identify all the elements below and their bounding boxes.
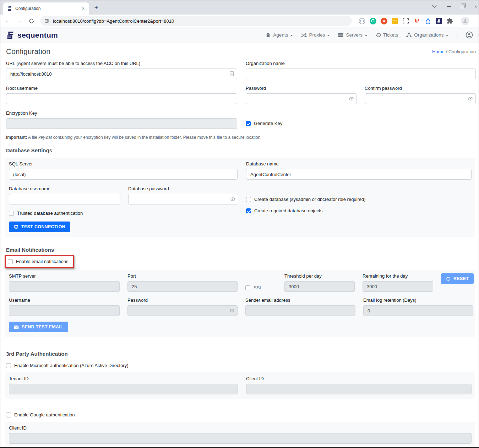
url-bar[interactable]: localhost:8010/config?db=AgentControlCen… [40,16,352,26]
password-input[interactable] [246,93,357,104]
ssl-label: SSL [254,285,262,290]
robot-icon [265,32,271,38]
browser-window: Configuration × + × ← → localhost:8010/c… [0,0,479,448]
nav-tickets-label: Tickets [383,32,398,38]
organization-name-input[interactable] [246,69,476,79]
extensions-area: (--) G ••• [358,17,469,25]
browser-tab[interactable]: Configuration × [3,2,89,15]
threshold-label: Threshold per day [284,273,355,279]
threshold-input [284,281,355,292]
url-input[interactable] [6,69,237,79]
refresh-icon [446,277,451,281]
reset-label: RESET [453,276,469,281]
password-label: Password [246,86,357,91]
enable-google-auth-label: Enable Google authentication [14,412,75,417]
email-notifications-title: Email Notifications [6,247,476,253]
envelope-icon [14,325,19,329]
forward-button[interactable]: → [15,17,25,24]
sitemap-icon [406,32,412,38]
organization-name-label: Organization name [246,61,476,66]
enable-ms-auth-checkbox[interactable] [6,363,11,368]
account-menu[interactable] [466,31,473,39]
close-button[interactable]: × [474,4,477,9]
eye-icon[interactable] [230,197,235,201]
root-username-label: Root username [6,86,237,91]
nav-agents[interactable]: Agents [265,32,293,38]
restore-button[interactable] [461,5,464,8]
ticket-icon [375,33,381,38]
nav-proxies[interactable]: Proxies [301,32,330,38]
autofill-icon[interactable] [230,71,234,76]
nav-servers[interactable]: Servers [338,32,368,38]
reset-button[interactable]: RESET [441,273,474,284]
port-label: Port [127,273,238,279]
breadcrumb-current: Configuration [448,49,476,54]
ssl-checkbox[interactable] [245,285,250,290]
create-objects-checkbox[interactable] [246,208,251,213]
droplet-extension-icon[interactable] [424,17,431,24]
create-objects-label: Create required database objects [254,208,322,213]
stripes-extension-icon[interactable] [413,17,420,24]
reload-button[interactable] [29,18,34,24]
generate-key-label: Generate Key [254,121,282,126]
remaining-input [363,281,433,292]
extension-ring-icon[interactable]: (--) [359,18,365,24]
grammarly-icon[interactable]: G [370,18,376,24]
smtp-server-input [9,281,120,292]
google-auth-panel: Client ID [5,422,475,448]
create-database-checkbox[interactable] [246,197,251,202]
root-username-input[interactable] [6,93,237,104]
confirm-password-input[interactable] [365,93,476,104]
minimize-button[interactable] [447,6,451,7]
breadcrumb-separator: / [446,49,447,54]
enable-email-checkbox[interactable] [8,259,13,264]
database-password-label: Database password [128,186,238,191]
page-title: Configuration [6,47,50,56]
screenshot-extension-icon[interactable] [402,17,409,24]
encryption-key-input [6,118,237,129]
sql-server-input[interactable] [9,169,238,180]
ms-auth-panel: Tenant ID Client ID [5,372,475,399]
sequentum-extension-icon[interactable] [436,18,442,24]
tab-strip: Configuration × + × [0,0,479,15]
tab-search-chevron-icon[interactable] [432,5,437,8]
colorwheel-extension-icon[interactable] [381,18,387,24]
retention-label: Email log retention (Days) [363,297,473,303]
nav-tickets[interactable]: Tickets [375,32,398,38]
tab-close-icon[interactable]: × [80,5,86,12]
create-database-label: Create database (sysadmin or dbcreator r… [254,197,366,202]
chevron-down-icon [365,35,368,36]
send-test-email-button[interactable]: SEND TEST EMAIL [9,322,68,332]
puzzle-extensions-icon[interactable] [446,17,453,24]
test-connection-button[interactable]: TEST CONNECTION [9,222,70,232]
amber-extension-icon[interactable]: ••• [392,18,398,24]
database-name-input[interactable] [246,169,472,180]
nav-organizations[interactable]: Organizations [406,32,448,38]
enable-ms-auth-label: Enable Microsoft authentication (Azure A… [14,363,129,368]
sender-email-label: Sender email address [245,297,355,303]
red-annotation-box: Enable email notifications [5,255,74,268]
tenant-id-label: Tenant ID [9,376,238,381]
client-id-input [246,384,472,394]
eye-icon[interactable] [468,97,473,101]
back-button[interactable]: ← [3,17,13,24]
url-text: localhost:8010/config?db=AgentControlCen… [53,18,174,24]
eye-icon[interactable] [349,97,354,101]
database-username-input[interactable] [9,194,120,204]
generate-key-checkbox[interactable] [246,121,251,126]
new-tab-button[interactable]: + [91,3,101,13]
servers-icon [338,32,344,38]
chevron-down-icon [446,35,448,36]
nav-proxies-label: Proxies [309,32,325,38]
eye-icon [230,309,234,313]
database-username-label: Database username [9,186,120,191]
profile-avatar[interactable] [461,17,469,25]
brand[interactable]: sequentum [6,31,58,39]
enable-google-auth-checkbox[interactable] [6,413,11,417]
app-header: sequentum Agents Proxies Servers Tickets… [0,27,479,43]
breadcrumb-home-link[interactable]: Home [432,49,445,54]
database-password-input[interactable] [128,194,238,204]
important-note: Important: A file key.dat containing you… [6,135,476,140]
send-test-email-label: SEND TEST EMAIL [22,324,63,329]
trusted-auth-checkbox[interactable] [9,211,14,216]
